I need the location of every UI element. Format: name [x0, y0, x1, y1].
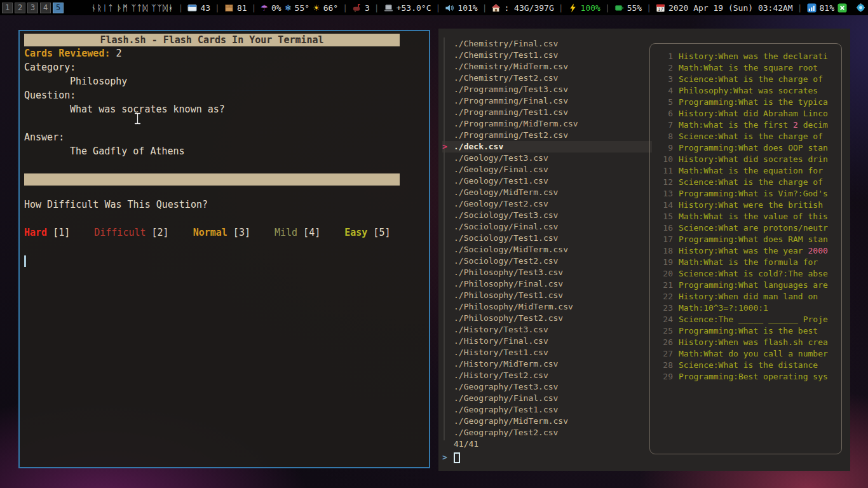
file-row-selected[interactable]: >./deck.csv [442, 141, 652, 152]
file-row[interactable]: ./Programming/Test1.csv [442, 107, 652, 118]
file-name: ./Programming/Test1.csv [454, 107, 568, 118]
file-row[interactable]: ./History/MidTerm.csv [442, 358, 652, 370]
pointer-cell [442, 187, 454, 198]
preview-line: 8Science:What is the charge of [658, 131, 835, 142]
fzf-search-input[interactable]: > [442, 451, 460, 464]
file-row[interactable]: ./Philosophy/Test2.csv [442, 313, 652, 324]
difficulty-option-normal[interactable]: Normal [3] [193, 227, 250, 238]
file-row[interactable]: ./Geology/Test1.csv [442, 175, 652, 187]
file-row[interactable]: ./Programming/Test3.csv [442, 84, 652, 95]
file-row[interactable]: ./Sociology/Test2.csv [442, 255, 652, 267]
workspace-button-4[interactable]: 4 [40, 3, 51, 13]
workspace-button-1[interactable]: 1 [2, 3, 13, 13]
workspace-button-3[interactable]: 3 [27, 3, 38, 13]
file-row[interactable]: ./Geography/Test1.csv [442, 404, 652, 416]
tray-app-icon[interactable] [856, 3, 865, 13]
file-row[interactable]: ./Chemistry/Final.csv [442, 38, 652, 50]
difficulty-option-easy[interactable]: Easy [5] [344, 227, 390, 238]
answer-value: The Gadfly of Athens [24, 144, 424, 158]
file-row[interactable]: ./Sociology/Test3.csv [442, 210, 652, 221]
file-row[interactable]: ./Geography/Final.csv [442, 393, 652, 404]
line-text: Math:10^3=?:1000:1 [679, 302, 768, 314]
line-number: 18 [658, 245, 673, 257]
file-row[interactable]: ./Philosophy/Test3.csv [442, 267, 652, 278]
close-icon[interactable] [837, 3, 847, 13]
flashcard-title: Flash.sh - Flash Cards In Your Terminal [24, 34, 400, 46]
difficulty-option-mild[interactable]: Mild [4] [275, 227, 320, 238]
question-label: Question: [24, 88, 424, 102]
blank-line [24, 212, 424, 226]
separator: | [435, 3, 440, 13]
file-name: ./Programming/Test3.csv [454, 84, 568, 95]
selection-pointer: > [442, 141, 454, 152]
sun-icon: ☀ [313, 3, 320, 13]
separator: | [342, 3, 348, 13]
line-text: Math:What do you call a number [679, 348, 828, 360]
file-name: ./History/Test1.csv [454, 347, 548, 358]
file-row[interactable]: ./Philosophy/Final.csv [442, 278, 652, 290]
pointer-cell [442, 267, 454, 278]
file-row[interactable]: ./Programming/Test2.csv [442, 130, 652, 141]
file-name: ./Geology/Test3.csv [454, 152, 548, 164]
separator: | [605, 3, 610, 13]
file-name: ./Programming/Final.csv [454, 95, 568, 107]
clock-text: 2020 Apr 19 (Sun) 03:42AM [668, 3, 793, 13]
match-counter: 41/41 [454, 438, 478, 450]
file-name: ./Chemistry/MidTerm.csv [454, 61, 568, 72]
pointer-cell [442, 72, 454, 84]
file-row[interactable]: ./Chemistry/MidTerm.csv [442, 61, 652, 72]
workspace-switcher: 12345 [2, 3, 64, 13]
input-cursor-line[interactable] [24, 254, 424, 268]
file-row[interactable]: ./History/Test3.csv [442, 324, 652, 336]
line-number: 20 [658, 268, 673, 280]
file-row[interactable]: ./Sociology/MidTerm.csv [442, 244, 652, 255]
preview-line: 6History:What did Abraham Linco [658, 108, 835, 119]
file-name: ./Chemistry/Test1.csv [454, 50, 558, 61]
file-row[interactable]: ./Geology/Test2.csv [442, 198, 652, 210]
workspace-button-5[interactable]: 5 [53, 3, 64, 13]
file-name: ./History/Test2.csv [454, 370, 548, 381]
file-row[interactable]: ./History/Test2.csv [442, 370, 652, 381]
file-row[interactable]: ./Sociology/Final.csv [442, 221, 652, 233]
terminal-cursor [24, 255, 26, 267]
file-row[interactable]: ./Sociology/Test1.csv [442, 233, 652, 244]
pointer-cell [442, 358, 454, 370]
file-row[interactable]: ./Geology/Test3.csv [442, 152, 652, 164]
pointer-cell [442, 313, 454, 324]
file-row[interactable]: ./Programming/MidTerm.csv [442, 118, 652, 130]
line-text: Math:What is the formula for [679, 257, 818, 268]
file-row[interactable]: ./Geography/Test3.csv [442, 381, 652, 393]
file-row[interactable]: ./Chemistry/Test1.csv [442, 50, 652, 61]
file-row[interactable]: ./Chemistry/Test2.csv [442, 72, 652, 84]
pointer-cell [442, 130, 454, 141]
file-row[interactable]: ./Geography/MidTerm.csv [442, 416, 652, 427]
workspace-button-2[interactable]: 2 [15, 3, 25, 13]
file-row[interactable]: ./Programming/Final.csv [442, 95, 652, 107]
difficulty-label: Difficult [94, 227, 146, 238]
preview-line: 2Math:What is the square root [658, 62, 835, 74]
block-cursor [454, 452, 460, 463]
difficulty-option-difficult[interactable]: Difficult [2] [94, 227, 168, 238]
file-row[interactable]: ./Philosophy/Test1.csv [442, 290, 652, 301]
pointer-cell [442, 416, 454, 427]
line-text: Programming:What is Vim?:God's [679, 188, 828, 200]
preview-line: 3Science:What is the charge of [658, 74, 835, 85]
file-name: ./Philosophy/MidTerm.csv [454, 301, 573, 313]
mailbox-icon [352, 3, 362, 13]
file-row[interactable]: ./History/Test1.csv [442, 347, 652, 358]
network-text: 81% [820, 3, 834, 13]
category-value: Philosophy [24, 74, 424, 88]
line-text: Science:What is the charge of [679, 131, 823, 142]
file-row[interactable]: ./Geography/Test2.csv [442, 427, 652, 438]
file-row[interactable]: ./History/Final.csv [442, 336, 652, 347]
answer-label: Answer: [24, 130, 424, 144]
file-row[interactable]: ./Geology/MidTerm.csv [442, 187, 652, 198]
preview-line: 23Math:10^3=?:1000:1 [658, 302, 835, 314]
difficulty-option-hard[interactable]: Hard [1] [24, 227, 70, 238]
file-row[interactable]: ./Philosophy/MidTerm.csv [442, 301, 652, 313]
file-name: ./Programming/Test2.csv [454, 130, 568, 141]
line-text: Programming:What is the best [679, 325, 818, 337]
file-row[interactable]: ./Geology/Final.csv [442, 164, 652, 175]
line-number: 4 [658, 85, 673, 97]
file-name: ./Geology/Test1.csv [454, 175, 548, 187]
